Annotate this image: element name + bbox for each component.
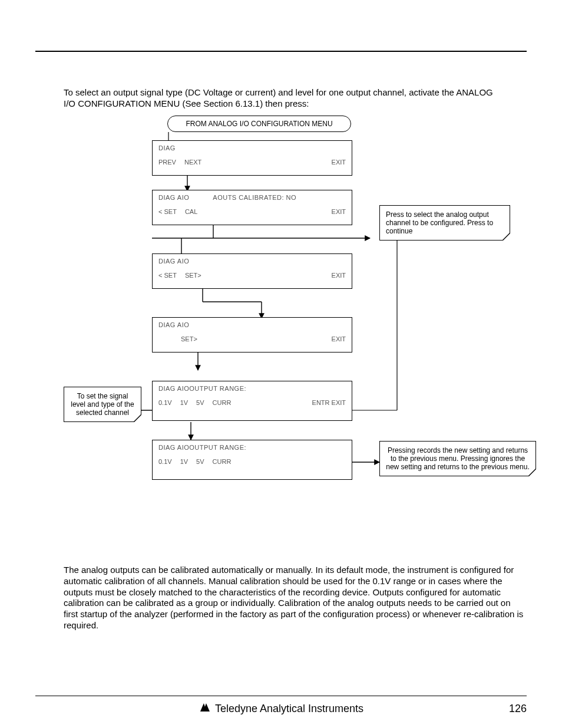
flow-diagram: FROM ANALOG I/O CONFIGURATION MENU DIAG … — [64, 116, 527, 493]
opt-0-1v: 0.1V — [158, 458, 172, 465]
btn-exit: EXIT — [332, 272, 346, 279]
opt-curr: CURR — [213, 399, 232, 406]
opt-1v: 1V — [180, 399, 188, 406]
btn-set-right: SET> — [185, 272, 201, 279]
panel-title: DIAG AIO — [158, 385, 189, 392]
footer-brand: Teledyne Analytical Instruments — [199, 702, 363, 716]
body-paragraph: The analog outputs can be calibrated aut… — [64, 565, 527, 631]
btn-exit: EXIT — [332, 159, 346, 166]
panel-output-range-1: DIAG AIOOUTPUT RANGE: 0.1V 1V 5V CURR EN… — [152, 381, 352, 421]
panel-title: DIAG AIO — [153, 254, 352, 266]
callout-entr-exit: Pressing records the new setting and ret… — [379, 441, 536, 476]
footer-brand-text: Teledyne Analytical Instruments — [215, 703, 363, 715]
panel-output-range-2: DIAG AIOOUTPUT RANGE: 0.1V 1V 5V CURR — [152, 440, 352, 480]
panel-title: DIAG AIO — [158, 444, 189, 451]
panel-status: OUTPUT RANGE: — [189, 444, 246, 451]
btn-set-left: < SET — [158, 208, 177, 215]
top-rule — [35, 51, 527, 52]
panel-title: DIAG AIO — [158, 194, 189, 201]
panel-diag-aio-3: DIAG AIO SET> EXIT — [152, 317, 352, 353]
page-number: 126 — [509, 703, 527, 715]
opt-0-1v: 0.1V — [158, 399, 172, 406]
opt-1v: 1V — [180, 458, 188, 465]
page-footer: Teledyne Analytical Instruments 126 — [35, 703, 527, 715]
callout-select-channel: Press to select the analog output channe… — [379, 205, 510, 241]
btn-set-right: SET> — [181, 335, 197, 342]
opt-5v: 5V — [196, 399, 204, 406]
panel-title: DIAG AIO — [153, 318, 352, 330]
btn-cal: CAL — [185, 208, 197, 215]
btn-prev: PREV — [158, 159, 176, 166]
document-page: To select an output signal type (DC Volt… — [0, 0, 562, 728]
btn-set-left: < SET — [158, 272, 177, 279]
panel-diag: DIAG PREV NEXT EXIT — [152, 140, 352, 176]
btn-entr-exit: ENTR EXIT — [312, 399, 346, 406]
start-node: FROM ANALOG I/O CONFIGURATION MENU — [167, 116, 351, 132]
btn-exit: EXIT — [332, 208, 346, 215]
logo-icon — [199, 702, 211, 716]
opt-5v: 5V — [196, 458, 204, 465]
panel-status: AOUTS CALIBRATED: NO — [213, 194, 296, 201]
btn-exit: EXIT — [332, 335, 346, 342]
callout-signal-level: To set the signal level and type of the … — [64, 387, 141, 422]
opt-curr: CURR — [213, 458, 232, 465]
panel-diag-aio-2: DIAG AIO < SET SET> EXIT — [152, 253, 352, 289]
intro-paragraph: To select an output signal type (DC Volt… — [64, 87, 498, 110]
panel-status: OUTPUT RANGE: — [189, 385, 246, 392]
btn-next: NEXT — [184, 159, 201, 166]
panel-diag-aio-1: DIAG AIO AOUTS CALIBRATED: NO < SET CAL … — [152, 190, 352, 225]
panel-title: DIAG — [153, 141, 352, 153]
bottom-rule — [35, 696, 527, 696]
